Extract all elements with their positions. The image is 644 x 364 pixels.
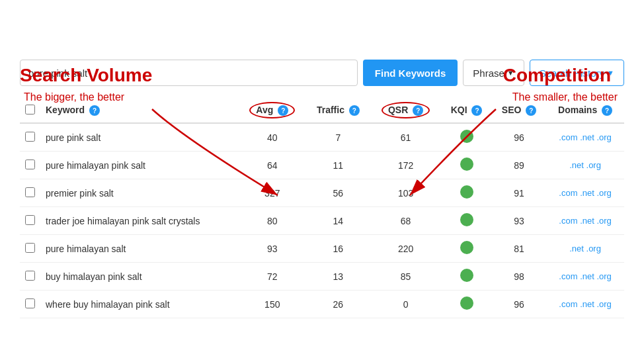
domains-help-icon[interactable]: ? — [602, 105, 612, 116]
search-volume-subtitle: The bigger, the better — [24, 91, 124, 103]
row-avg: 64 — [239, 152, 306, 179]
row-traffic: 26 — [306, 291, 370, 318]
row-domains: .net .org — [546, 152, 624, 179]
kqi-dot — [460, 241, 473, 254]
row-domains: .com .net .org — [546, 123, 624, 152]
row-domains: .com .net .org — [546, 263, 624, 291]
row-avg: 150 — [239, 291, 306, 318]
qsr-help-icon[interactable]: ? — [413, 105, 423, 116]
kqi-dot — [460, 130, 473, 143]
row-checkbox-cell — [20, 235, 40, 263]
row-checkbox-cell — [20, 207, 40, 235]
row-qsr: 0 — [370, 291, 441, 318]
header-kqi: KQI ? — [441, 98, 492, 123]
row-seo: 98 — [492, 263, 546, 291]
kqi-dot — [460, 269, 473, 282]
row-checkbox-cell — [20, 152, 40, 179]
keyword-table: Keyword ? Avg ? Traffic ? QSR ? KQI ? — [20, 98, 624, 318]
find-keywords-button[interactable]: Find Keywords — [363, 60, 458, 86]
row-kqi — [441, 123, 492, 152]
row-kqi — [441, 207, 492, 235]
row-checkbox-cell — [20, 291, 40, 318]
row-keyword: pure himalayan pink salt — [40, 152, 239, 179]
kqi-dot — [460, 296, 473, 310]
row-traffic: 13 — [306, 263, 370, 291]
row-traffic: 56 — [306, 179, 370, 207]
row-qsr: 172 — [370, 152, 441, 179]
header-traffic: Traffic ? — [306, 98, 370, 123]
row-traffic: 14 — [306, 207, 370, 235]
row-checkbox-cell — [20, 123, 40, 152]
row-checkbox-5[interactable] — [25, 271, 35, 281]
row-keyword: pure pink salt — [40, 123, 239, 152]
row-checkbox-4[interactable] — [25, 243, 35, 253]
table-row: where buy himalayan pink salt 150 26 0 9… — [20, 291, 624, 318]
search-volume-title: Search Volume — [20, 65, 152, 86]
row-kqi — [441, 152, 492, 179]
row-seo: 96 — [492, 291, 546, 318]
phrase-label: Phrase — [473, 68, 504, 79]
kqi-dot — [460, 185, 473, 199]
row-kqi — [441, 263, 492, 291]
row-qsr: 68 — [370, 207, 441, 235]
qsr-circled: QSR ? — [382, 102, 430, 118]
table-row: premier pink salt 327 56 103 91 .com .ne… — [20, 179, 624, 207]
row-avg: 80 — [239, 207, 306, 235]
row-keyword: premier pink salt — [40, 179, 239, 207]
row-keyword: trader joe himalayan pink salt crystals — [40, 207, 239, 235]
row-seo: 81 — [492, 235, 546, 263]
row-keyword: buy himalayan pink salt — [40, 263, 239, 291]
table-body: pure pink salt 40 7 61 96 .com .net .org… — [20, 123, 624, 318]
avg-help-icon[interactable]: ? — [278, 105, 288, 116]
traffic-help-icon[interactable]: ? — [349, 105, 360, 116]
row-avg: 327 — [239, 179, 306, 207]
row-keyword: where buy himalayan pink salt — [40, 291, 239, 318]
avg-circled: Avg ? — [249, 102, 295, 118]
row-avg: 93 — [239, 235, 306, 263]
row-seo: 93 — [492, 207, 546, 235]
row-keyword: pure himalayan salt — [40, 235, 239, 263]
table-row: pure himalayan salt 93 16 220 81 .net .o… — [20, 235, 624, 263]
kqi-dot — [460, 213, 473, 226]
keyword-table-container: Keyword ? Avg ? Traffic ? QSR ? KQI ? — [20, 98, 624, 318]
row-domains: .com .net .org — [546, 179, 624, 207]
row-checkbox-2[interactable] — [25, 187, 35, 197]
row-qsr: 85 — [370, 263, 441, 291]
row-seo: 96 — [492, 123, 546, 152]
row-qsr: 220 — [370, 235, 441, 263]
row-qsr: 103 — [370, 179, 441, 207]
kqi-dot — [460, 158, 473, 171]
kqi-help-icon[interactable]: ? — [471, 105, 482, 116]
table-row: pure himalayan pink salt 64 11 172 89 .n… — [20, 152, 624, 179]
row-domains: .com .net .org — [546, 291, 624, 318]
row-traffic: 11 — [306, 152, 370, 179]
keyword-help-icon[interactable]: ? — [89, 105, 100, 116]
row-avg: 40 — [239, 123, 306, 152]
row-qsr: 61 — [370, 123, 441, 152]
row-checkbox-cell — [20, 263, 40, 291]
row-seo: 89 — [492, 152, 546, 179]
competition-subtitle: The smaller, the better — [512, 91, 618, 103]
row-domains: .net .org — [546, 235, 624, 263]
seo-help-icon[interactable]: ? — [526, 105, 536, 116]
row-checkbox-0[interactable] — [25, 132, 35, 142]
table-row: trader joe himalayan pink salt crystals … — [20, 207, 624, 235]
select-all-checkbox[interactable] — [25, 105, 35, 114]
table-row: pure pink salt 40 7 61 96 .com .net .org — [20, 123, 624, 152]
row-kqi — [441, 235, 492, 263]
row-checkbox-6[interactable] — [25, 298, 35, 308]
row-checkbox-cell — [20, 179, 40, 207]
row-checkbox-1[interactable] — [25, 159, 35, 169]
row-domains: .com .net .org — [546, 207, 624, 235]
row-traffic: 16 — [306, 235, 370, 263]
competition-title: Competition — [503, 65, 611, 86]
row-kqi — [441, 291, 492, 318]
row-avg: 72 — [239, 263, 306, 291]
row-kqi — [441, 179, 492, 207]
header-avg: Avg ? — [239, 98, 306, 123]
row-seo: 91 — [492, 179, 546, 207]
header-qsr: QSR ? — [370, 98, 441, 123]
row-traffic: 7 — [306, 123, 370, 152]
table-row: buy himalayan pink salt 72 13 85 98 .com… — [20, 263, 624, 291]
row-checkbox-3[interactable] — [25, 215, 35, 225]
